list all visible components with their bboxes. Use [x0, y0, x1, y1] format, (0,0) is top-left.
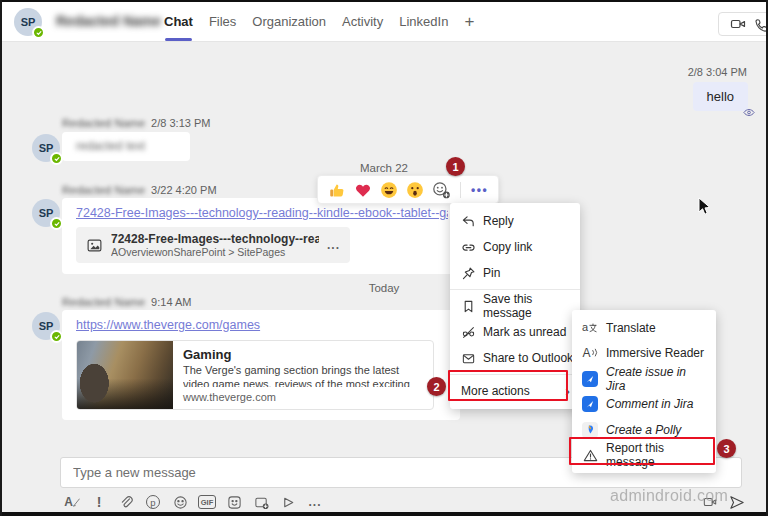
annotation-step-3: 3	[717, 439, 736, 458]
messaging-extensions-icon[interactable]: ...	[307, 494, 323, 510]
gif-icon[interactable]: GIF	[199, 494, 215, 510]
tab-files[interactable]: Files	[209, 2, 236, 41]
chat-header: SP Redacted Name Chat Files Organization…	[2, 2, 766, 42]
contact-name: Redacted Name	[56, 13, 161, 29]
message-text: hello	[707, 89, 734, 104]
preview-text: Gaming The Verge's gaming section brings…	[173, 341, 433, 409]
attach-icon[interactable]	[118, 494, 134, 510]
message-timestamp: 3/22 4:20 PM	[151, 184, 216, 196]
redacted-sender-name: Redacted Name	[62, 184, 145, 196]
date-divider: Today	[0, 282, 768, 294]
avatar[interactable]: SP	[14, 8, 42, 36]
avatar[interactable]: SP	[32, 199, 60, 227]
menu-item-mark-unread[interactable]: Mark as unread	[450, 319, 580, 345]
mark-unread-icon	[461, 325, 476, 340]
received-message-bubble: https://www.theverge.com/games Gaming Th…	[62, 310, 460, 420]
avatar-initials: SP	[39, 142, 54, 154]
url-link[interactable]: https://www.theverge.com/games	[76, 318, 446, 332]
annotation-step-1: 1	[446, 157, 465, 176]
submenu-item-comment-jira[interactable]: Comment in Jira	[572, 392, 716, 418]
add-tab-button[interactable]: +	[464, 12, 474, 32]
laughing-reaction-icon[interactable]	[380, 181, 398, 199]
avatar[interactable]: SP	[32, 312, 60, 340]
polly-icon	[582, 422, 598, 438]
tab-linkedin[interactable]: LinkedIn	[399, 2, 448, 41]
delivery-options-icon[interactable]: !	[91, 494, 107, 510]
sticker-icon[interactable]	[226, 494, 242, 510]
menu-item-label: Reply	[483, 214, 514, 228]
preview-description: The Verge's gaming section brings the la…	[183, 363, 423, 387]
tab-organization[interactable]: Organization	[252, 2, 326, 41]
submenu-item-create-jira-issue[interactable]: Create issue in Jira	[572, 366, 716, 392]
loop-component-icon[interactable]: p	[145, 494, 161, 510]
message-more-options-button[interactable]: •••	[471, 183, 488, 197]
message-timestamp: 2/8 3:13 PM	[151, 117, 210, 129]
message-header: Redacted Name 2/8 3:13 PM	[62, 117, 210, 129]
stream-icon[interactable]	[280, 494, 296, 510]
message-timestamp: 2/8 3:04 PM	[688, 66, 747, 78]
submenu-item-label: Create issue in Jira	[606, 365, 708, 393]
avatar-initials: SP	[39, 207, 54, 219]
submenu-item-label: Create a Polly	[606, 423, 681, 437]
menu-item-label: Save this message	[483, 292, 576, 320]
window-edge	[0, 0, 768, 2]
emoji-icon[interactable]	[172, 494, 188, 510]
add-reaction-icon[interactable]	[432, 181, 450, 199]
thumbs-up-reaction-icon[interactable]	[328, 181, 346, 199]
file-path: AOverviewonSharePoint > SitePages	[111, 246, 319, 258]
preview-image	[77, 341, 173, 409]
submenu-item-label: Immersive Reader	[606, 346, 704, 360]
menu-item-label: Mark as unread	[483, 325, 566, 339]
file-link[interactable]: 72428-Free-Images---technology--reading-…	[76, 206, 448, 220]
menu-item-pin[interactable]: Pin	[450, 260, 580, 286]
link-icon	[461, 240, 476, 255]
translate-icon: a	[582, 320, 598, 336]
message-timestamp: 9:14 AM	[151, 296, 191, 308]
reaction-bar: •••	[317, 175, 499, 204]
link-preview-card[interactable]: Gaming The Verge's gaming section brings…	[76, 340, 434, 410]
submenu-item-label: Translate	[606, 321, 656, 335]
divider	[460, 182, 461, 198]
avatar[interactable]: SP	[32, 134, 60, 162]
immersive-reader-icon: A	[582, 345, 598, 361]
menu-item-save-message[interactable]: Save this message	[450, 293, 580, 319]
file-info: 72428-Free-Images---technology--readi...…	[111, 232, 319, 258]
image-file-icon	[86, 237, 103, 254]
window-edge	[0, 512, 768, 516]
menu-item-copy-link[interactable]: Copy link	[450, 234, 580, 260]
apps-icon[interactable]	[253, 494, 269, 510]
seen-icon	[743, 103, 755, 121]
jira-icon	[582, 396, 598, 412]
video-call-button[interactable]	[730, 16, 746, 32]
jira-icon	[582, 371, 598, 387]
preview-url: www.theverge.com	[183, 391, 423, 403]
pin-icon	[461, 266, 476, 281]
annotation-box-more-actions	[448, 370, 568, 401]
reply-icon	[461, 214, 476, 229]
submenu-item-translate[interactable]: a Translate	[572, 315, 716, 341]
menu-item-label: Pin	[483, 266, 500, 280]
watermark: admindroid.com	[610, 487, 728, 505]
file-attachment-card[interactable]: 72428-Free-Images---technology--readi...…	[76, 227, 350, 263]
mouse-cursor	[698, 197, 711, 220]
redacted-message-text: redacted text	[76, 139, 145, 153]
send-icon[interactable]	[729, 494, 745, 510]
tab-activity[interactable]: Activity	[342, 2, 383, 41]
received-message-bubble: 72428-Free-Images---technology--reading-…	[62, 198, 462, 274]
menu-item-label: Share to Outlook	[483, 351, 573, 365]
received-message-bubble: redacted text	[62, 132, 190, 161]
message-header: Redacted Name 9:14 AM	[62, 296, 191, 308]
file-more-button[interactable]: ...	[327, 238, 340, 252]
call-buttons	[718, 12, 768, 36]
redacted-sender-name: Redacted Name	[62, 117, 145, 129]
heart-reaction-icon[interactable]	[354, 181, 372, 199]
format-icon[interactable]: A	[64, 494, 80, 510]
menu-item-reply[interactable]: Reply	[450, 208, 580, 234]
avatar-initials: SP	[39, 320, 54, 332]
menu-item-label: Copy link	[483, 240, 532, 254]
surprised-reaction-icon[interactable]	[406, 181, 424, 199]
submenu-item-immersive-reader[interactable]: A Immersive Reader	[572, 341, 716, 367]
message-header: Redacted Name 3/22 4:20 PM	[62, 184, 217, 196]
menu-item-share-outlook[interactable]: Share to Outlook	[450, 345, 580, 371]
tab-chat[interactable]: Chat	[164, 2, 193, 41]
